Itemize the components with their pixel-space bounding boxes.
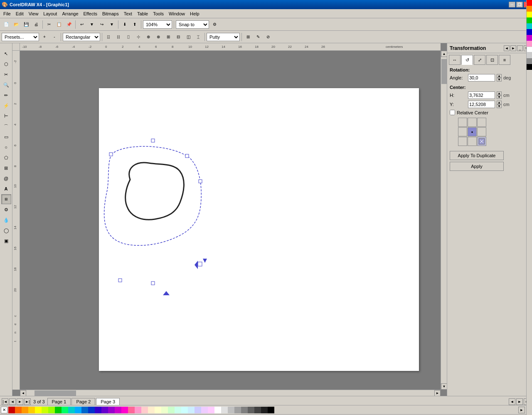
grid-cell-ml[interactable] [458,127,467,136]
palette-scroll-right[interactable]: ► [518,407,525,413]
apply-button[interactable]: Apply [450,162,504,171]
crop-tool[interactable]: ✂ [1,69,11,79]
env-mode-7[interactable]: ⊞ [164,32,173,42]
color-swatch-1[interactable] [15,407,22,413]
restore-button[interactable]: ❐ [516,2,523,7]
color-swatch-18[interactable] [128,407,135,413]
canvas-content[interactable] [20,51,441,390]
panel-minimize[interactable]: _ [517,45,523,51]
angle-input[interactable] [468,74,495,82]
angle-increment[interactable]: ▲ [497,74,502,78]
color-swatch-7[interactable] [55,407,62,413]
color-swatch-2[interactable] [22,407,28,413]
color-swatch-33[interactable] [228,407,234,413]
h-increment[interactable]: ▲ [497,91,502,95]
color-swatch-11[interactable] [81,407,88,413]
mode-select[interactable]: Rectangular [63,33,100,41]
v-increment[interactable]: ▲ [497,101,502,104]
color-swatch-30[interactable] [208,407,214,413]
env-apply-2[interactable]: ✎ [254,32,263,42]
h-input[interactable] [468,91,495,99]
canvas-area[interactable]: -10 -8 -6 -4 -2 0 2 4 6 8 10 12 14 16 18… [12,43,447,396]
color-swatch-16[interactable] [115,407,121,413]
interactive-connector[interactable]: ⌒ [1,121,11,131]
env-mode-2[interactable]: ⌸ [114,32,123,42]
zoom-select[interactable]: 104% [143,20,172,29]
apply-to-duplicate-button[interactable]: Apply To Duplicate [450,151,504,160]
undo-button[interactable]: ↩ [77,20,86,29]
color-swatch-cyan[interactable] [527,23,532,29]
table-tool[interactable]: ⊞ Table Tool [1,194,11,204]
color-swatch-magenta[interactable] [527,35,532,41]
color-swatch-38[interactable] [261,407,268,413]
freehand-tool[interactable]: ✏ [1,90,11,100]
copy-button[interactable]: 📋 [54,20,64,29]
menu-layout[interactable]: Layout [41,10,59,17]
color-swatch-white[interactable] [527,47,532,52]
env-mode-8[interactable]: ⊟ [174,32,183,42]
scroll-down-button[interactable]: ▼ [441,383,447,390]
scroll-up-button[interactable]: ▲ [441,51,447,57]
color-swatch-0[interactable] [8,407,15,413]
snap-options[interactable]: ⚙ [210,20,219,29]
color-swatch-red[interactable] [527,0,532,6]
color-swatch-34[interactable] [234,407,241,413]
v-input[interactable] [468,101,495,108]
grid-cell-mr[interactable] [477,127,486,136]
color-swatch-24[interactable] [168,407,175,413]
ellipse-tool[interactable]: ○ [1,142,11,152]
text-tool[interactable]: A [1,184,11,194]
color-swatch-17[interactable] [121,407,128,413]
grid-cell-mc[interactable]: ● [468,127,477,136]
menu-arrange[interactable]: Arrange [59,10,81,17]
scrollbar-horizontal[interactable]: ◄ ► [20,390,441,396]
eyedropper-tool[interactable]: 💧 [1,215,11,225]
polygon-tool[interactable]: ⬠ [1,153,11,163]
env-clear[interactable]: ⊘ [264,32,273,42]
color-swatch-orange[interactable] [527,6,532,12]
color-swatch-12[interactable] [88,407,95,413]
color-swatch-lgray[interactable] [527,52,532,58]
selection-tool[interactable]: ↖ [1,49,11,59]
env-mode-6[interactable]: ⊗ [154,32,163,42]
panel-scroll-right[interactable]: ► [510,45,516,51]
open-button[interactable]: 📂 [12,20,21,29]
panel-scroll-left[interactable]: ◄ [504,45,510,51]
putty-select[interactable]: Putty [207,33,240,41]
scroll-pages-right[interactable]: ► [516,398,523,405]
tab-scale[interactable]: ⤢ [474,55,485,65]
interactive-blend[interactable]: ⚙ [1,205,11,215]
scrollbar-vertical[interactable]: ▲ ▼ [441,51,447,390]
color-swatch-36[interactable] [248,407,254,413]
tab-position[interactable]: ↔ [449,55,461,65]
env-mode-9[interactable]: ◫ [184,32,193,42]
color-swatch-10[interactable] [75,407,81,413]
menu-help[interactable]: Help [187,10,202,17]
color-swatch-26[interactable] [181,407,188,413]
page-prev-button[interactable]: ◄ [9,398,16,405]
rectangle-tool[interactable]: ▭ [1,132,11,142]
color-swatch-29[interactable] [201,407,208,413]
page-last-button[interactable]: ►| [24,398,31,405]
color-swatch-15[interactable] [108,407,115,413]
cut-button[interactable]: ✂ [44,20,54,29]
color-swatch-13[interactable] [95,407,101,413]
menu-edit[interactable]: Edit [13,10,26,17]
color-swatch-8[interactable] [62,407,68,413]
color-swatch-blue[interactable] [527,29,532,35]
color-swatch-pink[interactable] [527,41,532,47]
new-button[interactable]: 📄 [2,20,11,29]
minimize-button[interactable]: ─ [509,2,515,7]
grid-cell-br[interactable] [477,137,486,146]
grid-cell-bl[interactable] [458,137,467,146]
color-swatch-gray[interactable] [527,58,532,64]
scroll-right-button[interactable]: ► [434,390,441,396]
angle-decrement[interactable]: ▼ [497,78,502,82]
scroll-left-button[interactable]: ◄ [20,390,26,396]
menu-text[interactable]: Text [121,10,135,17]
menu-effects[interactable]: Effects [81,10,100,17]
scroll-thumb-vertical[interactable] [441,59,447,84]
grid-cell-tc[interactable] [468,118,477,127]
env-mode-5[interactable]: ⊕ [144,32,153,42]
menu-window[interactable]: Window [166,10,187,17]
